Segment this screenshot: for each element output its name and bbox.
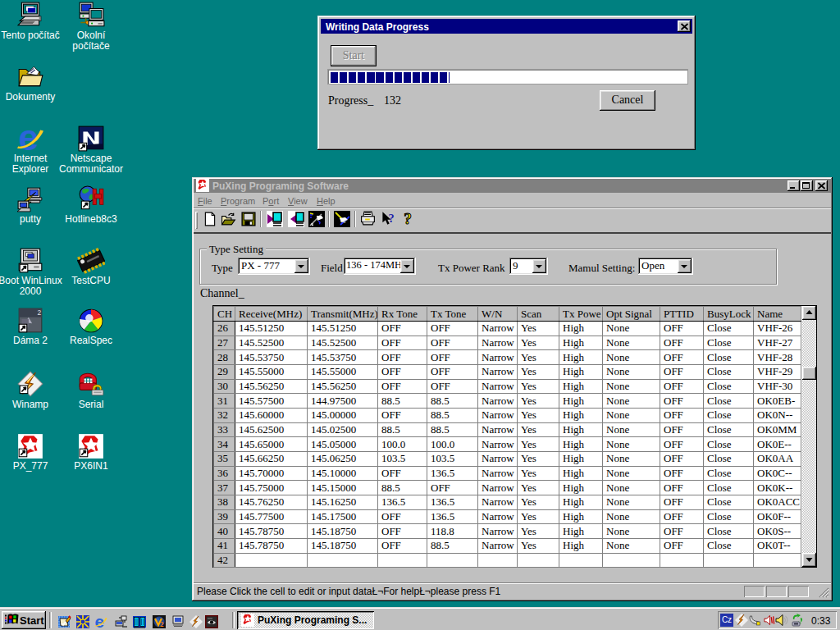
svg-text:2: 2 [38,308,42,317]
svg-text:2: 2 [160,620,164,628]
svg-text:?: ? [404,211,412,226]
svg-text:?: ? [389,212,395,225]
